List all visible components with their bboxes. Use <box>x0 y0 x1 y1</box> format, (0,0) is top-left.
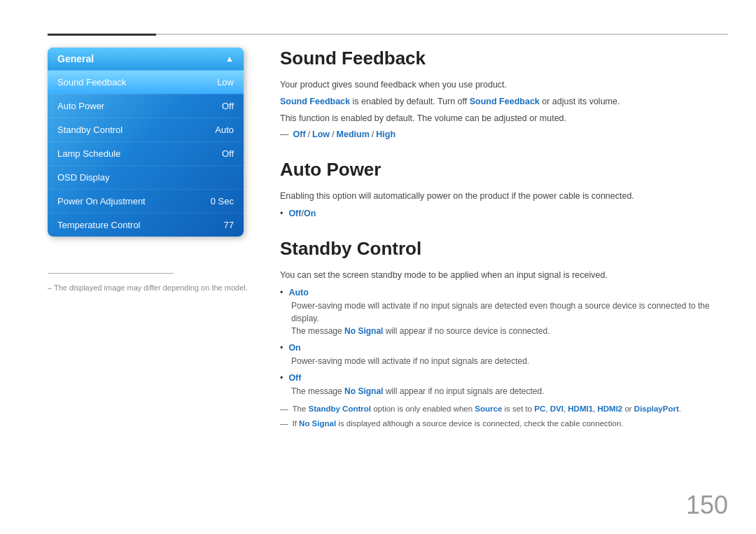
sound-feedback-desc1: Your product gives sound feedback when y… <box>280 78 728 92</box>
top-border-accent <box>48 34 156 36</box>
sidebar-item-temperature-control[interactable]: Temperature Control 77 <box>48 213 244 237</box>
standby-bullet-on-header: On <box>280 343 728 353</box>
sidebar-item-label-3: Lamp Schedule <box>57 148 120 159</box>
option-off: Off <box>293 129 306 139</box>
standby-off-label: Off <box>288 373 301 383</box>
sidebar-item-value-3: Off <box>222 148 234 159</box>
sidebar-header-arrow: ▲ <box>225 54 234 64</box>
standby-bullet-on: On Power-saving mode will activate if no… <box>280 343 728 367</box>
sidebar-item-sound-feedback[interactable]: Sound Feedback Low <box>48 70 244 94</box>
standby-control-bullets: Auto Power-saving mode will activate if … <box>280 288 728 398</box>
sidebar-item-power-on-adjustment[interactable]: Power On Adjustment 0 Sec <box>48 189 244 213</box>
sidebar: General ▲ Sound Feedback Low Auto Power … <box>48 48 244 237</box>
sidebar-item-label-0: Sound Feedback <box>57 77 126 87</box>
option-medium: Medium <box>337 129 370 139</box>
standby-on-label: On <box>288 343 300 353</box>
standby-note2: If No Signal is displayed although a sou… <box>280 418 728 430</box>
option-high: High <box>376 129 396 139</box>
auto-power-option-off: Off <box>288 209 301 218</box>
standby-control-desc1: You can set the screen standby mode to b… <box>280 268 728 282</box>
standby-bullet-off: Off The message No Signal will appear if… <box>280 373 728 398</box>
sound-feedback-bold2: Sound Feedback <box>470 97 540 106</box>
footer-note: – The displayed image may differ dependi… <box>48 283 248 292</box>
sidebar-header: General ▲ <box>48 48 244 70</box>
sidebar-item-label-2: Standby Control <box>57 125 122 135</box>
standby-auto-desc1: Power-saving mode will activate if no in… <box>291 300 728 325</box>
sound-feedback-options: Off / Low / Medium / High <box>280 129 728 139</box>
sidebar-item-lamp-schedule[interactable]: Lamp Schedule Off <box>48 141 244 165</box>
auto-power-bullet-off-on: Off / On <box>280 209 728 218</box>
auto-power-bullets: Off / On <box>280 209 728 218</box>
sound-feedback-suffix: or adjust its volume. <box>542 97 620 106</box>
sidebar-item-osd-display[interactable]: OSD Display <box>48 165 244 189</box>
sound-feedback-desc3: This function is enabled by default. The… <box>280 111 728 125</box>
main-content: Sound Feedback Your product gives sound … <box>280 48 728 450</box>
standby-note2-text: If No Signal is displayed although a sou… <box>293 418 624 430</box>
sidebar-item-label-4: OSD Display <box>57 172 109 183</box>
standby-bullet-auto-header: Auto <box>280 288 728 297</box>
sound-feedback-title: Sound Feedback <box>280 48 728 69</box>
sidebar-item-value-5: 0 Sec <box>211 196 234 206</box>
auto-power-title: Auto Power <box>280 159 728 181</box>
sidebar-item-value-2: Auto <box>215 125 234 135</box>
sound-feedback-desc2: Sound Feedback is enabled by default. Tu… <box>280 94 728 108</box>
sidebar-item-value-6: 77 <box>224 220 234 230</box>
sidebar-item-label-5: Power On Adjustment <box>57 196 146 206</box>
standby-off-desc: The message No Signal will appear if no … <box>291 385 728 398</box>
standby-auto-desc2: The message No Signal will appear if no … <box>291 325 728 337</box>
sidebar-item-label-1: Auto Power <box>57 101 104 111</box>
standby-auto-label: Auto <box>288 288 308 297</box>
standby-note1: The Standby Control option is only enabl… <box>280 403 728 415</box>
sidebar-item-standby-control[interactable]: Standby Control Auto <box>48 118 244 141</box>
standby-bullet-auto: Auto Power-saving mode will activate if … <box>280 288 728 337</box>
sidebar-header-label: General <box>57 53 94 64</box>
auto-power-desc1: Enabling this option will automatically … <box>280 189 728 203</box>
sidebar-panel: General ▲ Sound Feedback Low Auto Power … <box>48 48 244 237</box>
sidebar-item-value-0: Low <box>217 77 234 87</box>
auto-power-option-on: On <box>304 209 316 218</box>
standby-control-section: Standby Control You can set the screen s… <box>280 238 728 430</box>
sidebar-item-value-1: Off <box>222 101 234 111</box>
sidebar-item-label-6: Temperature Control <box>57 220 141 230</box>
sidebar-divider <box>48 273 174 274</box>
sidebar-item-auto-power[interactable]: Auto Power Off <box>48 94 244 118</box>
sound-feedback-mid: is enabled by default. Turn off <box>353 97 470 106</box>
sound-feedback-bold1: Sound Feedback <box>280 97 350 106</box>
standby-control-title: Standby Control <box>280 238 728 260</box>
standby-note1-text: The Standby Control option is only enabl… <box>293 403 681 415</box>
standby-on-desc: Power-saving mode will activate if no in… <box>291 355 728 367</box>
standby-bullet-off-header: Off <box>280 373 728 383</box>
option-low: Low <box>312 129 330 139</box>
auto-power-section: Auto Power Enabling this option will aut… <box>280 159 728 218</box>
page-number: 150 <box>686 491 728 520</box>
sound-feedback-section: Sound Feedback Your product gives sound … <box>280 48 728 139</box>
